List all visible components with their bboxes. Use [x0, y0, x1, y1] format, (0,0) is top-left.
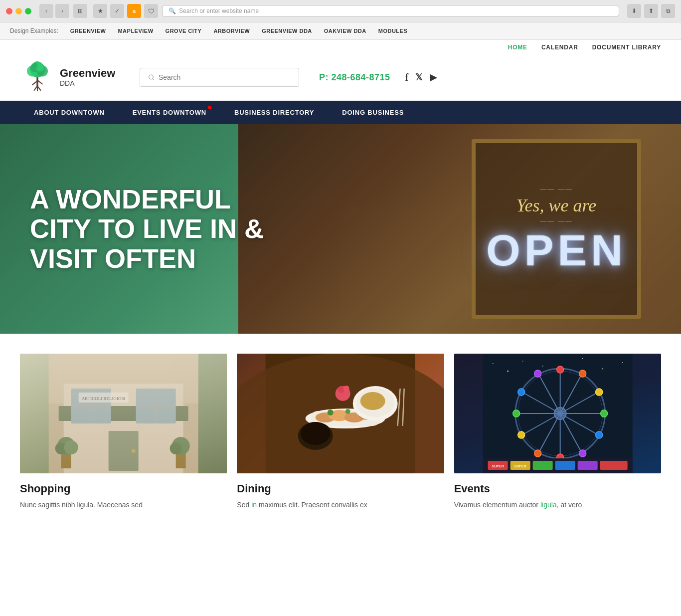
card-dining: Dining Sed in maximus elit. Praesent con… — [237, 354, 454, 520]
svg-point-47 — [345, 409, 350, 414]
events-badge — [208, 106, 211, 109]
address-bar[interactable]: 🔍 Search or enter website name — [162, 5, 619, 17]
phone-number: P: 248-684-8715 — [319, 72, 390, 83]
sign-yes-we-are: Yes, we are — [516, 195, 596, 216]
card-dining-link-in[interactable]: in — [251, 501, 257, 509]
amazon-icon[interactable]: a — [127, 4, 141, 18]
youtube-icon[interactable]: ▶ — [430, 72, 437, 83]
svg-rect-102 — [600, 461, 627, 470]
card-dining-image — [237, 354, 444, 473]
main-nav: ABOUT DOWNTOWN EVENTS DOWNTOWN BUSINESS … — [0, 101, 681, 124]
nav-doing-business[interactable]: DOING BUSINESS — [328, 101, 418, 124]
logo-name: Greenview — [60, 67, 115, 79]
back-button[interactable]: ‹ — [39, 4, 53, 18]
top-nav: HOME CALENDAR DOCUMENT LIBRARY — [0, 40, 681, 55]
forward-button[interactable]: › — [55, 4, 69, 18]
svg-point-63 — [542, 366, 543, 367]
traffic-lights — [6, 8, 31, 14]
svg-rect-22 — [136, 389, 176, 423]
design-link-oakview-dda[interactable]: OAKVIEW DDA — [324, 28, 366, 34]
card-events-title: Events — [454, 482, 661, 495]
svg-point-60 — [492, 363, 493, 364]
svg-rect-100 — [555, 461, 575, 470]
bookmarks-icon[interactable]: ★ — [93, 4, 107, 18]
sign-dashes-middle: —— —— — [540, 217, 573, 224]
hero-section: —— —— Yes, we are —— —— OPEN A WONDERFUL… — [0, 124, 681, 334]
logo-icon — [20, 60, 55, 95]
social-icons: f 𝕏 ▶ — [405, 72, 437, 83]
svg-point-82 — [556, 366, 563, 373]
design-link-arborview[interactable]: ARBORVIEW — [213, 28, 250, 34]
hero-right-bg: —— —— Yes, we are —— —— OPEN — [238, 124, 681, 334]
design-link-mapleview[interactable]: MAPLEVIEW — [118, 28, 153, 34]
nav-business-directory[interactable]: BUSINESS DIRECTORY — [220, 101, 328, 124]
card-events: SUPER SUPER Events Vivamus elementum auc… — [454, 354, 661, 520]
svg-rect-19 — [64, 384, 183, 473]
logo-sub: DDA — [60, 79, 115, 87]
svg-rect-21 — [71, 389, 111, 423]
card-events-desc: Vivamus elementum auctor ligula, at vero — [454, 499, 661, 510]
twitter-icon[interactable]: 𝕏 — [415, 72, 423, 83]
svg-point-33 — [55, 442, 67, 454]
share-icon[interactable]: ⬆ — [644, 4, 658, 18]
svg-point-50 — [301, 422, 331, 445]
nav-calendar[interactable]: CALENDAR — [541, 44, 578, 51]
svg-point-37 — [170, 442, 182, 454]
design-bar-label: Design Examples: — [10, 27, 58, 34]
svg-rect-101 — [577, 461, 597, 470]
card-events-link-ligula[interactable]: ligula — [540, 501, 557, 509]
logo-area: Greenview DDA — [20, 60, 120, 95]
svg-rect-27 — [109, 431, 139, 471]
nav-home[interactable]: HOME — [508, 44, 527, 51]
extension-icon[interactable]: 🛡 — [144, 4, 158, 18]
sidebar-toggle-button[interactable]: ⊞ — [73, 4, 87, 18]
svg-point-66 — [622, 362, 623, 363]
svg-point-87 — [579, 450, 586, 457]
svg-point-93 — [534, 370, 541, 377]
windows-icon[interactable]: ⧉ — [661, 4, 675, 18]
card-shopping: ARTICOLI RELIGIOSI Shopping Nunc sagitti… — [20, 354, 237, 520]
nav-about-downtown[interactable]: ABOUT DOWNTOWN — [20, 101, 119, 124]
design-link-grove-city[interactable]: GROVE CITY — [166, 28, 202, 34]
nav-events-downtown[interactable]: EVENTS DOWNTOWN — [119, 101, 220, 124]
svg-point-83 — [579, 370, 586, 377]
svg-line-10 — [37, 86, 41, 91]
search-input[interactable] — [159, 73, 291, 81]
design-link-greenview[interactable]: GREENVIEW — [70, 28, 106, 34]
maximize-button[interactable] — [25, 8, 31, 14]
svg-rect-16 — [49, 354, 198, 473]
svg-point-32 — [57, 437, 75, 455]
browser-actions: ⬇ ⬆ ⧉ — [627, 4, 675, 18]
dining-illustration — [237, 354, 444, 473]
facebook-icon[interactable]: f — [405, 72, 409, 83]
search-input-wrap[interactable] — [140, 68, 299, 87]
search-area[interactable] — [140, 68, 299, 87]
svg-text:SUPER: SUPER — [492, 464, 504, 468]
search-icon: 🔍 — [169, 7, 176, 14]
svg-point-65 — [602, 368, 603, 370]
design-link-greenview-dda[interactable]: GREENVIEW DDA — [262, 28, 312, 34]
card-dining-title: Dining — [237, 482, 444, 495]
download-icon[interactable]: ⬇ — [627, 4, 641, 18]
refresh-icon[interactable]: ✓ — [110, 4, 124, 18]
svg-point-34 — [64, 440, 78, 454]
svg-point-90 — [517, 431, 524, 438]
svg-rect-99 — [532, 461, 552, 470]
close-button[interactable] — [6, 8, 12, 14]
minimize-button[interactable] — [15, 8, 22, 14]
logo-text: Greenview DDA — [60, 67, 115, 87]
sign-dashes-top: —— —— — [540, 186, 573, 193]
svg-line-15 — [153, 79, 154, 80]
svg-point-28 — [132, 449, 136, 453]
events-illustration: SUPER SUPER — [454, 354, 661, 473]
browser-chrome: ‹ › ⊞ ★ ✓ a 🛡 🔍 Search or enter website … — [0, 0, 681, 22]
svg-point-91 — [512, 410, 519, 417]
nav-document-library[interactable]: DOCUMENT LIBRARY — [592, 44, 661, 51]
site-header: Greenview DDA P: 248-684-8715 f 𝕏 ▶ — [0, 55, 681, 100]
card-dining-desc: Sed in maximus elit. Praesent convallis … — [237, 499, 444, 510]
svg-point-13 — [37, 62, 42, 67]
card-events-image: SUPER SUPER — [454, 354, 661, 473]
design-link-modules[interactable]: MODULES — [378, 28, 408, 34]
svg-point-53 — [343, 386, 349, 392]
cards-section: ARTICOLI RELIGIOSI Shopping Nunc sagitti… — [0, 334, 681, 530]
